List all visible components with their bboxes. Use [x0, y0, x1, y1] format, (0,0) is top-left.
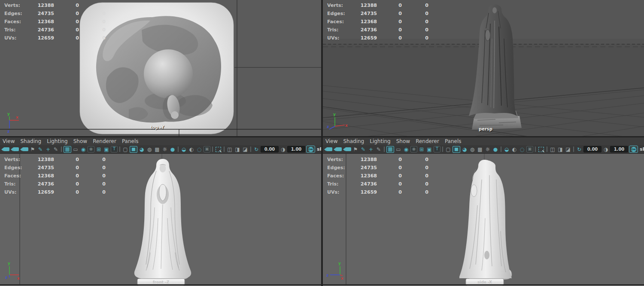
snapshot-icon[interactable]: ◫ — [226, 146, 233, 153]
default-material-icon[interactable]: ◍ — [146, 146, 153, 153]
viewport-side[interactable]: side -X Verts:1238800Edges:2473500Faces:… — [323, 154, 644, 286]
skydome-light-icon[interactable]: ◒ — [503, 146, 510, 153]
gamma-icon[interactable]: ◑ — [602, 146, 609, 153]
screengrab-icon[interactable]: ◪ — [565, 146, 571, 153]
safe-action-icon[interactable]: ▣ — [103, 146, 110, 153]
motion-blur-icon[interactable]: ◌ — [519, 146, 526, 153]
hud-col3: 0 — [402, 188, 428, 196]
default-material-icon[interactable]: ◍ — [469, 146, 476, 153]
screengrab-icon[interactable]: ◪ — [242, 146, 249, 153]
wireframe-mode-icon[interactable]: ▢ — [445, 146, 452, 153]
lock-camera-icon[interactable] — [13, 147, 19, 151]
pan-zoom-icon[interactable]: + — [368, 146, 374, 153]
depth-peeling-icon[interactable]: ▣ — [204, 146, 210, 152]
exposure-icon[interactable]: ↻ — [576, 146, 583, 153]
wireframe-mode-icon[interactable]: ▢ — [122, 146, 129, 153]
textured-mode-icon[interactable]: ◕ — [461, 146, 468, 153]
shaded-mode-icon[interactable]: ◼ — [453, 146, 460, 153]
menu-panels[interactable]: Panels — [122, 138, 139, 144]
viewport-vertical-divider[interactable] — [321, 0, 323, 286]
shadows-icon[interactable]: ● — [492, 146, 499, 153]
poly-count-hud: Verts:1238800Edges:2473500Faces:1236800T… — [327, 1, 428, 42]
menu-renderer[interactable]: Renderer — [416, 138, 439, 144]
xray-mode-icon[interactable]: ▩ — [477, 146, 483, 153]
hud-col2: 0 — [54, 34, 79, 42]
viewport-persp[interactable]: Verts:1238800Edges:2473500Faces:1236800T… — [323, 0, 644, 136]
menu-panels[interactable]: Panels — [445, 138, 462, 144]
field-chart-icon[interactable]: ⊞ — [95, 146, 102, 153]
safe-title-icon[interactable]: T — [434, 146, 440, 152]
film-gate-icon[interactable]: ▭ — [72, 146, 79, 153]
hud-col2: 0 — [54, 164, 79, 172]
menu-lighting[interactable]: Lighting — [47, 138, 68, 144]
bookmarks-icon[interactable]: ⚑ — [352, 146, 359, 153]
view-transform-toggle[interactable]: ON — [629, 146, 638, 153]
grid-icon[interactable]: ▦ — [386, 146, 394, 153]
isolate-select-icon[interactable] — [216, 147, 221, 152]
shadows-icon[interactable]: ● — [169, 146, 176, 153]
pan-zoom-icon[interactable]: + — [45, 146, 52, 153]
gate-mask-icon[interactable]: ◉ — [410, 146, 417, 152]
lights-icon[interactable]: ☼ — [484, 146, 491, 153]
menu-shading[interactable]: Shading — [20, 138, 41, 144]
camera-attributes-icon[interactable] — [345, 147, 351, 151]
resolution-gate-icon[interactable]: ◉ — [403, 146, 410, 153]
select-camera-icon[interactable] — [326, 147, 332, 151]
menu-view[interactable]: View — [3, 138, 15, 144]
field-chart-icon[interactable]: ⊞ — [418, 146, 425, 153]
menu-lighting[interactable]: Lighting — [370, 138, 391, 144]
gamma-field[interactable]: 1.00 — [610, 146, 628, 152]
hud-label: Faces: — [4, 18, 27, 26]
resolution-gate-icon[interactable]: ◉ — [80, 146, 87, 153]
srgb-button[interactable]: sR — [639, 146, 644, 152]
exposure-field[interactable]: 0.00 — [261, 146, 279, 152]
grid-icon[interactable]: ▦ — [64, 146, 71, 153]
hud-row: Faces:1236800 — [327, 18, 428, 26]
srgb-button[interactable]: sR — [316, 146, 321, 152]
menu-view[interactable]: View — [325, 138, 337, 144]
lights-icon[interactable]: ☼ — [161, 146, 168, 153]
axis-x-label: x — [341, 276, 343, 280]
occlusion-icon[interactable]: ◐ — [188, 146, 195, 153]
hud-row: Edges:2473500 — [4, 9, 106, 18]
menu-shading[interactable]: Shading — [343, 138, 364, 144]
gamma-field[interactable]: 1.00 — [287, 146, 305, 152]
lock-camera-icon[interactable] — [336, 147, 342, 151]
gate-mask-icon[interactable]: ◉ — [88, 146, 94, 152]
safe-action-icon[interactable]: ▣ — [426, 146, 433, 153]
view-transform-toggle[interactable]: ON — [306, 146, 315, 153]
gamma-icon[interactable]: ◑ — [279, 146, 286, 153]
menu-show[interactable]: Show — [73, 138, 87, 144]
image-plane-icon[interactable]: ✎ — [360, 146, 367, 153]
depth-peeling-icon[interactable]: ▣ — [526, 146, 533, 152]
exposure-icon[interactable]: ↻ — [253, 146, 260, 153]
camera-attributes-icon[interactable] — [22, 147, 28, 151]
occlusion-icon[interactable]: ◐ — [511, 146, 518, 153]
film-gate-icon[interactable]: ▭ — [395, 146, 402, 153]
image-plane-icon[interactable]: ✎ — [37, 146, 44, 153]
grease-pencil-icon[interactable]: ✎ — [52, 146, 59, 153]
skydome-light-icon[interactable]: ◒ — [180, 146, 187, 153]
textured-mode-icon[interactable]: ◕ — [138, 146, 145, 153]
shaded-mode-icon[interactable]: ◼ — [130, 146, 137, 153]
viewport-label-top: top -Y — [150, 125, 164, 130]
snapshot-all-icon[interactable]: ◨ — [557, 146, 564, 153]
grease-pencil-icon[interactable]: ✎ — [375, 146, 382, 153]
menu-show[interactable]: Show — [396, 138, 410, 144]
hud-total: 12659 — [350, 188, 377, 196]
axis-x-label: x — [345, 123, 348, 128]
snapshot-icon[interactable]: ◫ — [549, 146, 556, 153]
isolate-select-icon[interactable] — [538, 147, 544, 152]
menu-renderer[interactable]: Renderer — [93, 138, 116, 144]
motion-blur-icon[interactable]: ◌ — [196, 146, 203, 153]
select-camera-icon[interactable] — [3, 147, 9, 151]
toolbar-separator — [212, 146, 213, 152]
hud-col2: 0 — [377, 26, 402, 34]
safe-title-icon[interactable]: T — [111, 146, 118, 152]
viewport-top[interactable]: Verts:1238800Edges:2473500Faces:1236800T… — [0, 0, 321, 136]
snapshot-all-icon[interactable]: ◨ — [234, 146, 241, 153]
xray-mode-icon[interactable]: ▩ — [154, 146, 161, 153]
viewport-front[interactable]: front -Z Verts:1238800Edges:2473500Faces… — [0, 154, 321, 286]
exposure-field[interactable]: 0.00 — [583, 146, 601, 152]
bookmarks-icon[interactable]: ⚑ — [29, 146, 36, 153]
